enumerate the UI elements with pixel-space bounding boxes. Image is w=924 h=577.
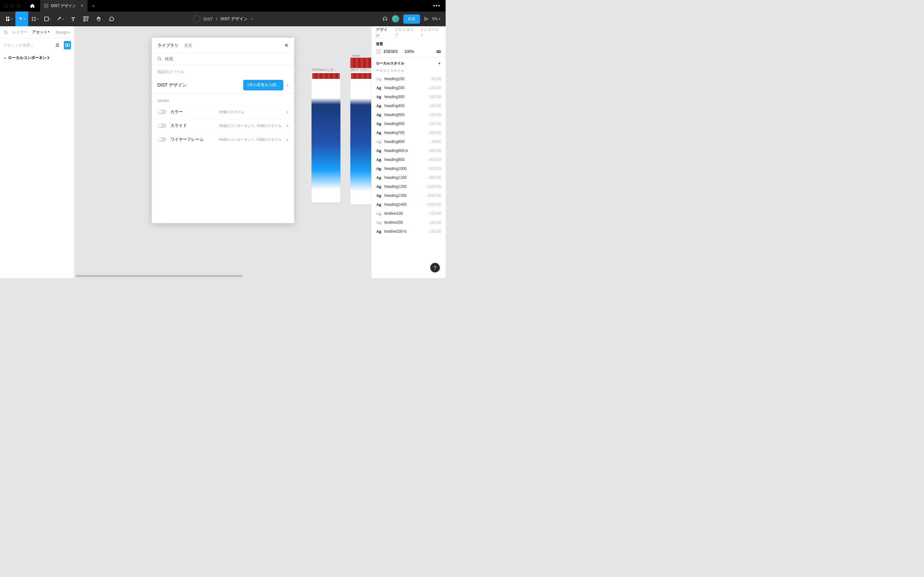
text-style-item[interactable]: Agtextline200-b16/160 [376,227,441,236]
add-style-button[interactable]: ＋ [438,61,441,66]
style-meta: 24/120 [427,121,441,126]
style-meta: 120/100 [425,184,441,189]
frame[interactable] [312,72,341,203]
frame-label[interactable]: 1920pxのとき... [312,67,336,72]
local-components-section[interactable]: ローカルコンポーネント [0,52,74,64]
text-style-item[interactable]: Agheading110068/100 [376,173,441,182]
asset-search-input[interactable] [3,43,51,47]
style-preview-icon: Ag [376,220,381,225]
maximize-window[interactable] [17,4,20,8]
text-style-item[interactable]: Agheading70030/140 [376,128,441,137]
text-style-item[interactable]: Agheading30016/100 [376,92,441,101]
horizontal-scrollbar[interactable] [76,275,242,277]
library-meta: 36個のコンポーネント, 25個のスタイル [219,123,283,128]
library-item[interactable]: スライド36個のコンポーネント, 25個のスタイル› [152,119,294,132]
zoom-value: 5% [432,17,438,21]
page-dropdown[interactable]: Design ▾ [56,30,70,35]
frame[interactable] [351,58,371,68]
modal-tab-library[interactable]: ライブラリ [158,43,178,48]
text-style-item[interactable]: Agheading80036/80 [376,137,441,146]
new-tab-button[interactable]: ＋ [87,3,99,9]
close-tab-icon[interactable]: ✕ [81,3,84,8]
text-style-item[interactable]: Agheading800-b36/100 [376,146,441,155]
style-name: heading1200 [384,184,422,189]
chevron-right-icon[interactable]: › [286,82,288,88]
library-button[interactable] [64,41,71,49]
text-style-item[interactable]: Agheading90040/140 [376,155,441,164]
chevron-right-icon[interactable]: › [286,123,288,129]
home-button[interactable] [27,0,37,11]
library-name: スライド [170,123,215,129]
text-style-item[interactable]: Agheading40018/100 [376,101,441,110]
file-name[interactable]: DIST デザイン [220,16,248,22]
tab-assets[interactable]: アセット [32,29,49,35]
style-name: heading400 [384,103,424,108]
tab-inspect[interactable]: インスペクト [420,27,441,38]
headphones-icon[interactable] [382,16,388,22]
publish-button[interactable]: 2件の変更を公開... [243,80,283,90]
library-toggle[interactable] [158,123,166,128]
library-search-input[interactable] [165,56,288,61]
search-icon[interactable] [4,31,8,34]
pen-tool[interactable]: ▾ [54,11,67,26]
left-panel: レイヤー アセット Design ▾ ローカルコンポーネント [0,26,74,278]
chevron-down-icon[interactable]: ▾ [251,17,252,21]
window-bar: DIST デザイン ✕ ＋ ••• [0,0,446,11]
chevron-down-icon: ▾ [69,31,70,34]
style-meta: 18/100 [427,103,441,108]
comment-tool[interactable] [105,11,118,26]
tab-layers[interactable]: レイヤー [12,29,27,35]
library-toggle[interactable] [158,137,166,142]
text-style-item[interactable]: Agheading1300164/100 [376,191,441,200]
style-preview-icon: Ag [376,112,381,117]
text-style-item[interactable]: Agheading20014/100 [376,83,441,92]
bg-opacity[interactable]: 100% [404,49,414,54]
bg-color-swatch[interactable] [376,49,381,54]
bg-hex[interactable]: E5E5E5 [384,49,398,54]
text-style-item[interactable]: Agtextline10012/140 [376,209,441,218]
text-style-item[interactable]: Agheading1008/100 [376,74,441,83]
library-modal: ライブラリ 更新 ✕ 現在のファイル DIST デザイン 2件の変更を公開...… [152,38,294,223]
svg-rect-7 [84,19,86,21]
text-tool[interactable] [67,11,79,26]
shape-tool[interactable]: ▾ [41,11,54,26]
zoom-level[interactable]: 5% ▾ [432,17,443,21]
chevron-right-icon[interactable]: › [286,109,288,115]
present-button[interactable] [424,17,428,21]
user-avatar[interactable] [392,15,399,23]
style-name: heading800 [384,139,426,144]
text-style-item[interactable]: Agheading50022/100 [376,110,441,119]
style-name: heading1300 [384,193,422,198]
text-style-item[interactable]: Agheading100042/100 [376,164,441,173]
share-button[interactable]: 共有 [403,15,420,24]
move-tool[interactable]: ▾ [15,11,28,26]
tab-design[interactable]: デザイン [376,27,390,38]
hand-tool[interactable] [92,11,105,26]
library-item[interactable]: カラー29個のスタイル› [152,105,294,119]
minimize-window[interactable] [11,4,14,8]
modal-tab-update[interactable]: 更新 [184,43,192,48]
frame[interactable] [351,72,371,205]
close-window[interactable] [5,4,8,8]
file-tab[interactable]: DIST デザイン ✕ [40,0,87,11]
close-modal-button[interactable]: ✕ [284,42,288,48]
text-style-item[interactable]: Agtextline20016/140 [376,218,441,227]
help-button[interactable]: ? [430,263,440,272]
project-name[interactable]: DIST [204,17,213,21]
text-style-item[interactable]: Agheading60024/120 [376,119,441,128]
tab-prototype[interactable]: プロトタイプ [395,27,416,38]
team-avatar[interactable] [193,15,200,23]
library-item[interactable]: ワイヤーフレーム44個のコンポーネント, 29個のスタイル› [152,132,294,146]
main-menu[interactable]: ▾ [3,11,15,26]
frame-label[interactable]: pc/トップ... [351,67,369,72]
visibility-icon[interactable] [436,49,441,54]
chevron-right-icon[interactable]: › [286,137,288,142]
text-style-item[interactable]: Agheading1200120/100 [376,182,441,191]
svg-rect-0 [6,17,7,19]
frame-tool[interactable]: ▾ [28,11,41,26]
resources-tool[interactable] [79,11,92,26]
list-view-button[interactable] [54,41,61,49]
text-style-item[interactable]: Agheading1400280/100 [376,200,441,209]
window-menu[interactable]: ••• [428,3,446,9]
library-toggle[interactable] [158,110,166,114]
